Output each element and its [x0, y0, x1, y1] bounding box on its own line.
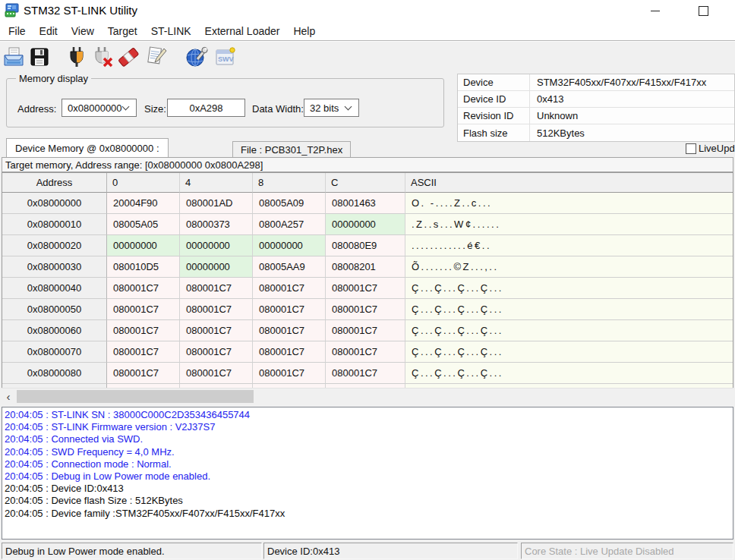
- ascii-cell: .Z..s...W¢......: [405, 214, 733, 235]
- log-line: 20:04:05 : Debug in Low Power mode enabl…: [5, 470, 733, 483]
- minimize-button[interactable]: [638, 0, 673, 21]
- menu-external-loader[interactable]: External Loader: [198, 21, 287, 40]
- horizontal-scrollbar[interactable]: ‹: [2, 388, 733, 404]
- memory-cell[interactable]: 080010D5: [107, 256, 180, 278]
- memory-cell[interactable]: 080001AD: [180, 193, 253, 214]
- data-width-combobox[interactable]: 32 bits: [304, 99, 359, 117]
- memory-cell[interactable]: 00000000: [107, 235, 180, 256]
- size-value: 0xA298: [189, 102, 222, 114]
- memory-cell[interactable]: 080001C7: [326, 278, 405, 299]
- device-label: Device: [458, 74, 530, 90]
- menu-file[interactable]: File: [2, 21, 33, 40]
- device-id-label: Device ID: [458, 91, 530, 107]
- memory-cell[interactable]: 080001C7: [107, 299, 180, 320]
- maximize-icon: [699, 6, 708, 16]
- status-debug-mode: Debug in Low Power mode enabled.: [2, 543, 262, 559]
- memory-cell[interactable]: 080001C7: [253, 278, 326, 299]
- memory-cell[interactable]: 00000000: [180, 235, 253, 256]
- settings-icon[interactable]: [185, 46, 208, 68]
- memory-cell[interactable]: 0800A257: [253, 214, 326, 235]
- maximize-button[interactable]: [686, 0, 721, 21]
- table-row: 0x08000000 20004F90 080001AD 08005A09 08…: [2, 193, 733, 214]
- save-icon[interactable]: [28, 46, 51, 68]
- erase-chip-icon[interactable]: [117, 46, 140, 68]
- memory-cell[interactable]: 08008201: [326, 256, 405, 278]
- memory-cell[interactable]: 080001C7: [180, 363, 253, 384]
- ascii-cell: Ç...Ç...Ç...Ç...: [405, 341, 733, 363]
- device-id-value: 0x413: [530, 91, 734, 107]
- header-4: 4: [180, 173, 253, 193]
- revision-id-row: Revision ID Unknown: [458, 108, 734, 124]
- scrollbar-thumb[interactable]: [17, 390, 254, 403]
- app-window: STM32 ST-LINK Utility File Edit View Tar…: [0, 0, 735, 560]
- memory-cell[interactable]: 080001C7: [180, 341, 253, 363]
- menu-stlink[interactable]: ST-LINK: [144, 21, 198, 40]
- table-row: 0x08000040 080001C7 080001C7 080001C7 08…: [2, 278, 733, 299]
- memory-cell[interactable]: 08005AA9: [253, 256, 326, 278]
- memory-cell[interactable]: 00000000: [253, 235, 326, 256]
- open-file-icon[interactable]: [2, 46, 25, 68]
- memory-cell[interactable]: 20004F90: [107, 193, 180, 214]
- menu-target[interactable]: Target: [101, 21, 144, 40]
- memory-cell[interactable]: 080001C7: [326, 341, 405, 363]
- memory-cell[interactable]: 00000000: [326, 214, 405, 235]
- memory-cell[interactable]: 080001C7: [180, 299, 253, 320]
- menu-view[interactable]: View: [65, 21, 101, 40]
- chevron-down-icon: [345, 103, 352, 111]
- menu-bar: File Edit View Target ST-LINK External L…: [0, 21, 735, 41]
- memory-cell[interactable]: 080001C7: [253, 299, 326, 320]
- group-label: Memory display: [16, 73, 91, 84]
- memory-cell[interactable]: 08001463: [326, 193, 405, 214]
- size-input[interactable]: 0xA298: [167, 99, 245, 117]
- memory-cell[interactable]: 08005A09: [253, 193, 326, 214]
- tab-file[interactable]: File : PCB301_T2P.hex: [232, 141, 351, 157]
- connect-icon[interactable]: [65, 46, 88, 68]
- data-width-value: 32 bits: [304, 102, 345, 114]
- live-update-control: LiveUpdate: [686, 143, 735, 154]
- disconnect-icon[interactable]: [91, 46, 114, 68]
- memory-cell[interactable]: 080001C7: [107, 320, 180, 341]
- memory-cell[interactable]: 080001C7: [180, 320, 253, 341]
- address-label: Address:: [17, 103, 56, 115]
- ascii-cell: Ç...Ç...Ç...Ç...: [405, 278, 733, 299]
- title-bar: STM32 ST-LINK Utility: [0, 0, 735, 21]
- status-bar: Debug in Low Power mode enabled. Device …: [0, 541, 735, 560]
- memory-cell[interactable]: 080080E9: [326, 235, 405, 256]
- log-line: 20:04:05 : ST-LINK SN : 38000C000C2D3534…: [5, 409, 733, 421]
- swv-icon[interactable]: SWV: [214, 46, 237, 68]
- live-update-checkbox[interactable]: [686, 143, 696, 154]
- address-cell: 0x08000020: [2, 235, 107, 256]
- menu-help[interactable]: Help: [286, 21, 322, 40]
- memory-cell[interactable]: 080001C7: [253, 341, 326, 363]
- address-combobox[interactable]: 0x08000000: [62, 99, 137, 117]
- header-c: C: [326, 173, 405, 193]
- ascii-cell: Ç...Ç...Ç...Ç...: [405, 363, 733, 384]
- memory-cell[interactable]: 080001C7: [326, 299, 405, 320]
- memory-cell[interactable]: 00000000: [180, 256, 253, 278]
- memory-cell[interactable]: 080001C7: [180, 278, 253, 299]
- address-cell: 0x08000000: [2, 193, 107, 214]
- memory-cell[interactable]: 080001C7: [107, 341, 180, 363]
- device-info-panel: Device STM32F405xx/F407xx/F415xx/F417xx …: [457, 74, 735, 142]
- device-row: Device STM32F405xx/F407xx/F415xx/F417xx: [458, 74, 734, 91]
- memory-cell[interactable]: 080001C7: [107, 278, 180, 299]
- memory-cell[interactable]: 08000373: [180, 214, 253, 235]
- table-row: 0x08000020 00000000 00000000 00000000 08…: [2, 235, 733, 256]
- ascii-cell: ............é€..: [405, 235, 733, 256]
- program-verify-icon[interactable]: [144, 46, 167, 68]
- menu-edit[interactable]: Edit: [33, 21, 65, 40]
- table-row: 0x08000080 080001C7 080001C7 080001C7 08…: [2, 363, 733, 384]
- address-value: 0x08000000: [62, 102, 123, 114]
- tab-device-memory[interactable]: Device Memory @ 0x08000000 :: [6, 138, 169, 157]
- memory-cell[interactable]: 080001C7: [326, 320, 405, 341]
- scroll-left-arrow-icon[interactable]: ‹: [2, 389, 15, 404]
- header-0: 0: [107, 173, 180, 193]
- memory-cell[interactable]: 080001C7: [107, 363, 180, 384]
- device-id-row: Device ID 0x413: [458, 91, 734, 108]
- memory-cell[interactable]: 080001C7: [326, 363, 405, 384]
- memory-cell[interactable]: 08005A05: [107, 214, 180, 235]
- log-panel[interactable]: 20:04:05 : ST-LINK SN : 38000C000C2D3534…: [2, 407, 733, 540]
- window-title: STM32 ST-LINK Utility: [24, 4, 137, 17]
- memory-cell[interactable]: 080001C7: [253, 320, 326, 341]
- memory-cell[interactable]: 080001C7: [253, 363, 326, 384]
